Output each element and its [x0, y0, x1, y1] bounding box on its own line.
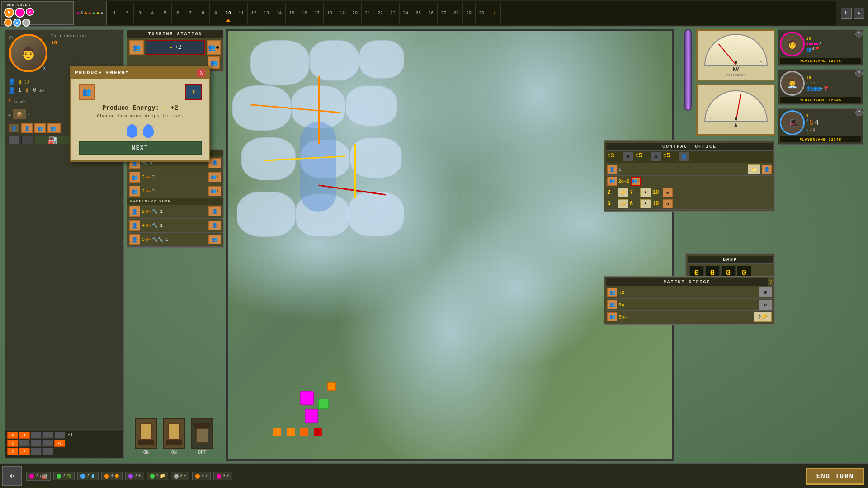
water-drops-container [79, 124, 202, 138]
worker-single-btn[interactable]: 👤 [8, 123, 20, 133]
mach-buy-2[interactable]: 👤 [208, 221, 221, 230]
shop-worker-3: 👥 [129, 186, 140, 197]
gear-controls[interactable]: ⚙ +⇌⟳ [14, 99, 25, 105]
map-structure-9 [350, 137, 402, 178]
player-info: Turn indicators 15 [51, 34, 120, 46]
mach-buy-3[interactable]: 👥 [208, 235, 221, 244]
mach-buy-1[interactable]: 👤 [208, 206, 221, 216]
timeline-slot-9: 9 [210, 3, 222, 23]
map-panel[interactable] [226, 29, 674, 461]
shop-buy-2[interactable]: 👥+ [208, 172, 221, 182]
chip-dot-2 [57, 474, 61, 479]
switch-body-2[interactable] [163, 418, 185, 449]
dialog-close-btn[interactable]: X [197, 69, 205, 77]
player-token-1: 6 [4, 8, 14, 18]
switch-section: ON ON OFF [124, 418, 224, 459]
p1-flag: 🚩 [815, 47, 820, 52]
worker-active-btn[interactable]: 👤 [21, 123, 33, 133]
shop-buy-1[interactable]: 👤 [208, 158, 221, 168]
rewind-button[interactable]: ⏮ [2, 466, 22, 486]
worker-double-btn[interactable]: 👥 [34, 123, 46, 133]
gear-arrow-2: ⚙→ [146, 174, 151, 180]
p1-worker-count: 4 [812, 47, 814, 52]
wire-vertical-2 [354, 144, 356, 198]
player-1-info-btn[interactable]: ? [855, 30, 863, 38]
res-cell-7 [19, 440, 30, 447]
res-cell-11: 7 [7, 448, 18, 455]
orange-piece-4 [300, 428, 308, 436]
chip-dot-4 [104, 474, 109, 479]
turbine-worker-btn-left[interactable]: 👥 [129, 40, 144, 55]
p1-score: 10 [806, 37, 811, 41]
switch-body-1[interactable] [135, 418, 157, 449]
shop-buy-3[interactable]: 👥+ [208, 186, 221, 196]
timeline-slot-24: 24 [400, 3, 412, 23]
mach-gear-2: ⚙→ [146, 223, 151, 228]
exclamation-icon: ! [8, 98, 12, 105]
switch-body-3[interactable] [191, 418, 213, 449]
red-resource: ◆ [88, 10, 91, 16]
mach-cost-3: 5 ⚙→ 🔧🔧 1 [142, 237, 207, 242]
player-card-1: 👩 10 ! ■■■■■ 3 👥 4 🚩 [778, 29, 863, 66]
player-2-info-btn[interactable]: ? [855, 70, 863, 77]
map-background [228, 31, 672, 459]
chip-text-7: 2 [180, 474, 183, 479]
timeline-slot-4: 4 [146, 3, 159, 23]
switch-3: OFF [191, 418, 213, 455]
water-drop-2[interactable] [143, 124, 154, 138]
mach-cost-1: 2 ⚙→ 🔧 1 [142, 209, 207, 214]
produce-energy-title: PRODUCE ENERGY [75, 70, 129, 75]
contract-num-3: 15 [663, 152, 677, 161]
timeline-slot-6: 6 [172, 3, 184, 23]
chip-icon-9: ⚡ [226, 474, 229, 479]
orange-piece-1 [327, 382, 336, 391]
coin-3: 2 [142, 189, 145, 194]
res-cell-4 [42, 432, 53, 439]
turbine-energy-display: ☀ +2 [146, 40, 205, 55]
p1-exclaim: ! [812, 37, 814, 41]
water-drop-1[interactable] [127, 124, 137, 138]
mach-gear-3: ⚙→ [146, 237, 151, 242]
pink-resource-1: ● [77, 11, 80, 16]
top-bar: TURN ORDER 6 2 2 ● 3 ◆ ◆ ◆ ◆ ◆ [0, 0, 868, 27]
switch-base-2 [166, 440, 182, 445]
shop-row-2: 👥 2 ⚙→ 2 👥+ [127, 170, 223, 184]
a-label: A [734, 123, 737, 129]
timeline-slot-17: 17 [311, 3, 324, 23]
chip-icon-1: ↑🏭 [39, 474, 47, 479]
settings-icon[interactable]: ⚙ [9, 34, 13, 42]
worker-triple-btn[interactable]: 👥+ [47, 123, 61, 133]
timeline-slot-23: 23 [387, 3, 400, 23]
p3-exclaim: ! [809, 113, 811, 118]
bank-title: BANK [688, 256, 773, 264]
energy-plus-val: +2 [170, 104, 178, 112]
timeline-add[interactable]: + [488, 3, 501, 23]
player-1-scores: 10 ! [806, 37, 861, 41]
next-button[interactable]: NEXT [79, 141, 202, 155]
timeline-slot-12: 12 [248, 3, 260, 23]
resource-bar-row-1: 5 5 +1 [7, 432, 122, 439]
bottom-bar: ⏮ 2 ↑🏭 2 🌿 2 💧 3 🔶 2 ☀ [0, 463, 868, 488]
status-chip-8: 3 ⚡ [192, 472, 211, 480]
mach-row-2: 👤 4 ⚙→ 🔧 1 👤 [127, 219, 223, 233]
res-cell-5 [54, 432, 65, 439]
end-turn-button[interactable]: END TURN [806, 468, 864, 485]
player-3-info-btn[interactable]: ? [855, 109, 863, 116]
dialog-energy-icon: ☀ [185, 84, 202, 100]
patent-help-icon[interactable]: ? [769, 279, 773, 286]
pause-btn[interactable]: ⏸ [841, 8, 852, 19]
forward-btn[interactable]: ▶ [854, 8, 864, 19]
player-3-name: PLAYERNAME 12345 [780, 136, 861, 142]
top-resource-row: ● 3 ◆ ◆ ◆ ◆ ◆ [75, 10, 105, 16]
dialog-title-bar: PRODUCE ENERGY X [71, 67, 209, 79]
p2-res-2: 0 [809, 81, 811, 86]
dialog-header-icons: 👥 ☀ [79, 84, 202, 100]
patent-cost-1: 5⚙→ [618, 290, 758, 296]
patent-result-2: ⚙ [759, 300, 772, 310]
chip-text-3: 2 [86, 474, 89, 479]
p3-worker-icons: 5 [806, 127, 808, 132]
turbine-worker-btn-right[interactable]: 👥+ [207, 40, 221, 55]
p1-worker: 👥 [806, 47, 811, 52]
cr2-worker: 👥 [607, 177, 617, 186]
patent-worker-1: 👥 [607, 288, 617, 297]
